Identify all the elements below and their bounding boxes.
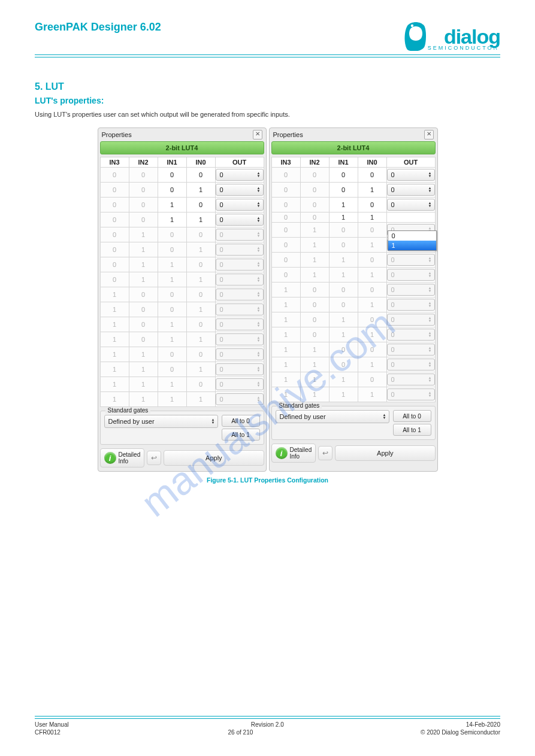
cell-in1: 0	[329, 357, 358, 372]
cell-in2: 1	[300, 387, 329, 402]
cell-in1: 1	[158, 377, 186, 392]
out-value: 0	[220, 231, 223, 238]
cell-in3: 1	[271, 387, 300, 402]
spinner-arrows-icon	[257, 336, 261, 342]
cell-out: 0	[215, 227, 264, 242]
table-row: 01000	[100, 227, 264, 242]
cell-out: 0	[386, 342, 435, 357]
apply-button[interactable]: Apply	[335, 445, 435, 461]
detailed-info-button[interactable]: i Detailed Info	[100, 448, 145, 467]
properties-panel-left: Properties ✕ 2-bit LUT4 IN3IN2IN1IN0OUT …	[98, 127, 267, 472]
cell-in0: 0	[358, 283, 386, 297]
cell-out: 0	[215, 212, 264, 227]
out-spinner[interactable]: 0	[216, 199, 264, 211]
cell-in3: 0	[271, 198, 300, 212]
cell-in0: 1	[186, 212, 215, 227]
back-button[interactable]: ↩	[318, 446, 333, 460]
out-spinner[interactable]: 0	[216, 184, 264, 196]
cell-out: 0	[215, 317, 264, 332]
cell-in2: 1	[300, 253, 329, 268]
col-in0: IN0	[358, 157, 386, 168]
cell-in0: 1	[186, 302, 215, 317]
cell-in1: 0	[329, 168, 358, 183]
table-row: 10000	[271, 283, 435, 297]
cell-out: 0	[215, 287, 264, 302]
detailed-label: Detailed	[290, 447, 312, 453]
cell-in3: 1	[271, 283, 300, 297]
all-to-0-button[interactable]: All to 0	[222, 415, 260, 427]
back-button[interactable]: ↩	[147, 451, 161, 465]
cell-in3: 0	[271, 212, 300, 223]
out-value: 0	[391, 316, 395, 323]
cell-in0: 0	[186, 257, 215, 272]
out-value: 0	[391, 186, 395, 193]
cell-out: 0	[215, 257, 264, 272]
cell-in0: 0	[186, 347, 215, 362]
cell-in0: 1	[358, 212, 386, 223]
out-spinner: 0	[387, 388, 435, 400]
cell-in1: 0	[158, 362, 186, 377]
out-value: 0	[220, 216, 223, 223]
col-in2: IN2	[129, 157, 158, 168]
cell-in2: 0	[300, 312, 329, 327]
col-in3: IN3	[100, 157, 129, 168]
cell-out: 0	[386, 283, 435, 297]
info-label: Info	[290, 453, 312, 460]
close-icon[interactable]: ✕	[253, 130, 262, 139]
col-out: OUT	[386, 157, 435, 168]
cell-in0: 1	[358, 238, 386, 253]
cell-in1: 1	[158, 257, 186, 272]
std-gates-combo[interactable]: Defined by user	[104, 415, 218, 428]
footer-revision: Revision 2.0	[251, 721, 284, 728]
table-row: 11010	[271, 357, 435, 372]
detailed-info-button[interactable]: i Detailed Info	[271, 444, 316, 463]
table-row: 00100	[271, 198, 435, 212]
cell-in1: 1	[158, 212, 186, 227]
table-row: 00000	[100, 168, 264, 183]
out-spinner[interactable]: 0	[387, 169, 435, 181]
panel-title: Properties	[273, 131, 303, 138]
cell-in0: 0	[186, 198, 215, 212]
out-spinner[interactable]: 0	[216, 169, 264, 181]
cell-in3: 0	[271, 268, 300, 283]
spinner-arrows-icon	[428, 362, 432, 368]
cell-in0: 1	[358, 387, 386, 402]
out-spinner: 0	[387, 359, 435, 371]
apply-button[interactable]: Apply	[164, 450, 264, 466]
out-dropdown[interactable]: 0 1	[388, 230, 437, 251]
spinner-arrows-icon	[257, 232, 261, 238]
cell-in3: 1	[100, 392, 129, 407]
out-value: 0	[220, 246, 223, 253]
cell-in1: 0	[329, 342, 358, 357]
spinner-arrows-icon	[257, 321, 261, 327]
all-to-1-button[interactable]: All to 1	[393, 424, 431, 436]
out-spinner[interactable]: 0	[387, 199, 435, 211]
combo-arrows-icon	[211, 418, 215, 424]
cell-in3: 0	[271, 253, 300, 268]
all-to-0-button[interactable]: All to 0	[393, 410, 431, 422]
out-spinner[interactable]: 0	[387, 184, 435, 196]
table-row: 11100	[100, 377, 264, 392]
table-row: 10100	[100, 317, 264, 332]
lut-table: IN3IN2IN1IN0OUT 000000001000100001100100…	[100, 157, 264, 407]
cell-in1: 0	[329, 183, 358, 198]
cell-in2: 0	[129, 183, 158, 198]
col-in1: IN1	[158, 157, 186, 168]
cell-in1: 0	[158, 227, 186, 242]
dropdown-option-0[interactable]: 0	[388, 231, 436, 241]
cell-in2: 1	[300, 238, 329, 253]
cell-in3: 0	[271, 238, 300, 253]
cell-in0: 0	[358, 342, 386, 357]
out-value: 0	[220, 351, 223, 358]
spinner-arrows-icon	[257, 217, 261, 223]
table-row: 11110	[100, 392, 264, 407]
std-gates-combo[interactable]: Defined by user	[276, 410, 389, 423]
cell-out: 0	[386, 198, 435, 212]
dropdown-option-1[interactable]: 1	[388, 241, 436, 250]
cell-in3: 1	[100, 362, 129, 377]
cell-in1: 0	[329, 297, 358, 312]
out-spinner[interactable]: 0	[216, 214, 264, 226]
info-icon: i	[276, 447, 288, 459]
all-to-1-button[interactable]: All to 1	[222, 429, 260, 441]
close-icon[interactable]: ✕	[424, 130, 434, 139]
